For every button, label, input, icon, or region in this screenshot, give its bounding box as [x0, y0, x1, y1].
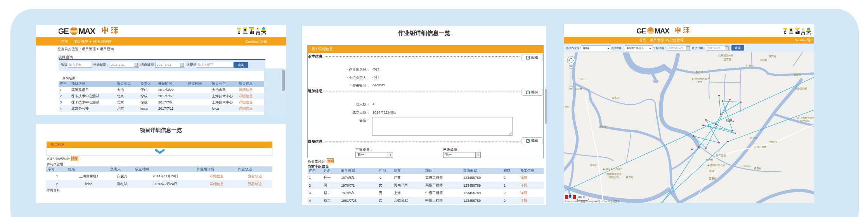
svg-text:桥东村: 桥东村 [754, 167, 762, 170]
svg-text:卫生室: 卫生室 [695, 80, 703, 83]
svg-text:⊕ 叶锦村医农户: ⊕ 叶锦村医农户 [692, 77, 710, 80]
svg-text:小东王: 小东王 [578, 77, 586, 80]
svg-text:◉ 易东新力模塑厂: ◉ 易东新力模塑厂 [603, 168, 623, 171]
svg-text:王家埭: 王家埭 [707, 170, 714, 172]
svg-text:朱农村: 朱农村 [706, 158, 714, 161]
svg-text:体育路: 体育路 [794, 74, 801, 77]
svg-text:MAX: MAX [655, 27, 670, 35]
svg-text:聂东圩: 聂东圩 [626, 176, 634, 178]
svg-text:◉ 西南村幼儿园: ◉ 西南村幼儿园 [707, 164, 725, 167]
svg-text:围困宇星纸业: 围困宇星纸业 [606, 173, 622, 176]
svg-text:特庄江桥: 特庄江桥 [716, 154, 726, 157]
svg-text:四港江四桥: 四港江四桥 [795, 87, 807, 90]
svg-text:MAX: MAX [78, 26, 95, 35]
svg-text:晴东圩: 晴东圩 [590, 163, 598, 166]
svg-text:© 2017 Baidu - 数据©2016|2099号 -: © 2017 Baidu - 数据©2016|2099号 - Data © 长地… [565, 200, 620, 203]
svg-text:200 米: 200 米 [578, 196, 586, 198]
svg-text:陈家湾: 陈家湾 [599, 125, 606, 128]
svg-text:苏田村: 苏田村 [768, 55, 776, 58]
svg-text:有限公司: 有限公司 [609, 176, 619, 178]
svg-text:西联路: 西联路 [769, 140, 777, 144]
svg-text:田湾江海桥: 田湾江海桥 [754, 145, 767, 149]
svg-text:西苗村: 西苗村 [709, 177, 717, 180]
svg-text:② 上海思学院校: ② 上海思学院校 [797, 116, 814, 119]
svg-text:杨叶路: 杨叶路 [695, 70, 703, 74]
svg-text:GE: GE [637, 27, 646, 35]
svg-text:有理公司: 有理公司 [800, 119, 810, 122]
svg-text:大圩: 大圩 [565, 105, 570, 108]
svg-text:祥法镇: 祥法镇 [750, 136, 758, 140]
svg-text:水利村: 水利村 [760, 59, 768, 62]
svg-text:选育路: 选育路 [724, 58, 731, 61]
svg-text:尚东湖际外桥: 尚东湖际外桥 [718, 54, 734, 57]
svg-text:金星村: 金星村 [575, 88, 582, 91]
svg-text:轨迹1: 轨迹1 [726, 119, 734, 122]
svg-text:叶春村: 叶春村 [746, 64, 754, 67]
svg-text:GE: GE [59, 26, 69, 35]
svg-text:黄家宅: 黄家宅 [612, 96, 620, 100]
svg-text:㋡ 明勤寺: ㋡ 明勤寺 [740, 164, 751, 167]
